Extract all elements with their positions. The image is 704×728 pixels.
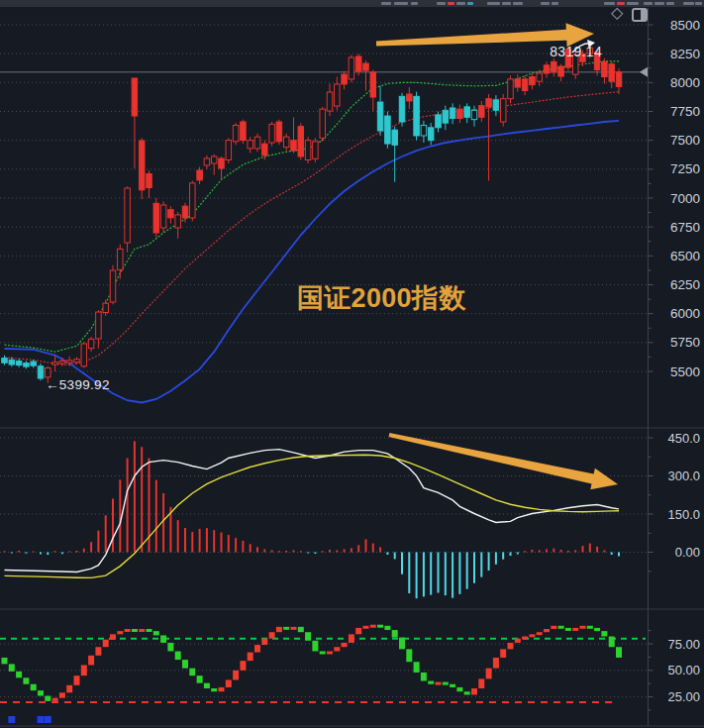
chart-canvas[interactable]: 8500825080007750750072507000675065006250… (0, 0, 704, 728)
axis-label: 0.00 (675, 545, 700, 560)
axis-label: 6250 (670, 277, 700, 292)
toolbar-fragment (695, 2, 702, 5)
toolbar-fragment (381, 2, 391, 5)
toolbar-fragment (513, 2, 523, 5)
last-price-marker[interactable] (640, 67, 648, 77)
axis-label: 6750 (670, 220, 700, 235)
axis-label: 7750 (670, 104, 700, 119)
low-price-label: ←5399.92 (46, 377, 110, 392)
axis-label: 7250 (670, 161, 700, 176)
toolbar-fragment (502, 2, 511, 5)
signal-marker (8, 716, 15, 723)
toolbar-fragment (552, 2, 558, 5)
diamond-icon[interactable]: ◇ (611, 4, 623, 22)
axis-label: 150.0 (667, 507, 700, 522)
top-toolbar[interactable] (0, 0, 704, 7)
line-dea (5, 455, 620, 577)
axis-label: 75.00 (667, 637, 700, 652)
toolbar-fragment (456, 2, 465, 5)
toolbar-fragment (437, 2, 446, 5)
axis-label: 5750 (670, 335, 700, 350)
panel-toggle-icon[interactable] (632, 8, 648, 22)
axis-label: 50.00 (667, 663, 700, 677)
toolbar-fragment (683, 2, 694, 5)
axis-label: 5500 (670, 364, 700, 379)
toolbar-fragment (666, 2, 674, 5)
axis-label: 8250 (670, 47, 700, 61)
toolbar-fragment (654, 2, 664, 5)
axis-labels: 8500825080007750750072507000675065006250… (649, 18, 701, 711)
toolbar-fragment (644, 2, 653, 5)
candlestick-series (2, 46, 622, 383)
panel-toggle-fill (641, 10, 646, 20)
toolbar-fragment (411, 2, 418, 5)
drawn-arrow-annotation[interactable] (389, 433, 618, 489)
toolbar-fragment (627, 2, 639, 5)
axis-label: 7500 (670, 133, 700, 148)
toolbar-fragment (394, 2, 408, 5)
oscillator-series (2, 625, 623, 701)
high-price-label: 8319.14 (519, 44, 602, 59)
axis-label: 7000 (670, 191, 700, 206)
toolbar-fragment (448, 2, 454, 5)
line-ma-slow (5, 121, 620, 403)
axis-label: 6000 (670, 306, 700, 321)
signal-marker (38, 716, 45, 723)
toolbar-fragment (467, 2, 473, 5)
index-title: 国证2000指数 (297, 280, 485, 316)
axis-label: 25.00 (667, 689, 700, 704)
axis-label: 450.0 (667, 431, 700, 446)
axis-label: 6500 (670, 249, 700, 263)
toolbar-fragment (487, 2, 500, 5)
axis-label: 8500 (670, 18, 700, 33)
axis-label: 300.0 (667, 468, 700, 483)
toolbar-fragment (541, 2, 550, 5)
stock-chart-window: 8500825080007750750072507000675065006250… (0, 0, 704, 728)
axis-label: 8000 (670, 75, 700, 90)
signal-marker (45, 716, 51, 723)
